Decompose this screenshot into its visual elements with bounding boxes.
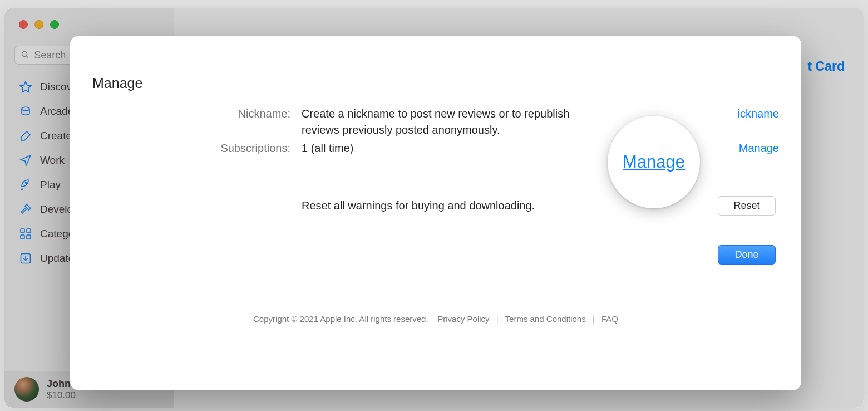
- manage-subscriptions-link[interactable]: Manage: [739, 142, 779, 154]
- faq-link[interactable]: FAQ: [601, 314, 618, 324]
- manage-link-magnified[interactable]: Manage: [623, 152, 685, 172]
- done-button[interactable]: Done: [718, 245, 776, 265]
- manage-link-callout: Manage: [608, 116, 700, 208]
- section-title-manage: Manage: [92, 75, 779, 91]
- nickname-label: Nickname:: [92, 106, 290, 122]
- account-settings-modal: Manage Nickname: Create a nickname to po…: [70, 36, 801, 390]
- privacy-policy-link[interactable]: Privacy Policy: [437, 314, 489, 324]
- edit-nickname-link[interactable]: ickname: [738, 107, 779, 120]
- subscriptions-label: Subscriptions:: [92, 140, 290, 156]
- copyright-text: Copyright © 2021 Apple Inc. All rights r…: [253, 314, 428, 324]
- reset-button[interactable]: Reset: [718, 196, 776, 216]
- terms-link[interactable]: Terms and Conditions: [505, 314, 586, 324]
- modal-footer: Copyright © 2021 Apple Inc. All rights r…: [92, 296, 779, 334]
